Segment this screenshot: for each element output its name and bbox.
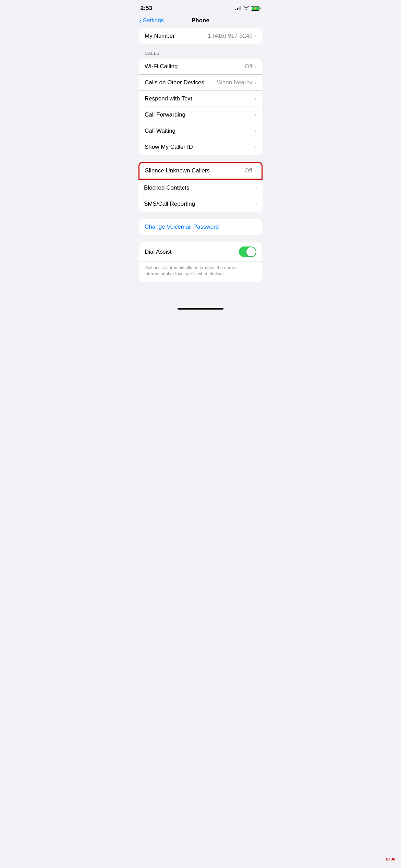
silence-highlighted-section: Silence Unknown Callers Off › <box>138 162 263 180</box>
home-indicator <box>134 305 267 312</box>
change-voicemail-password-label: Change Voicemail Password <box>145 224 219 230</box>
calls-other-devices-row[interactable]: Calls on Other Devices When Nearby › <box>139 75 262 91</box>
calls-section: Wi-Fi Calling Off › Calls on Other Devic… <box>139 59 262 155</box>
wifi-calling-label: Wi-Fi Calling <box>145 63 178 70</box>
silence-group-container: Silence Unknown Callers Off › Blocked Co… <box>138 162 263 212</box>
sms-call-reporting-label: SMS/Call Reporting <box>144 201 195 207</box>
show-caller-id-label: Show My Caller ID <box>145 144 193 150</box>
respond-with-text-label: Respond with Text <box>145 95 192 102</box>
chevron-icon: › <box>255 80 256 86</box>
my-number-value: +1 (416) 917-3249 › <box>204 33 256 39</box>
home-bar <box>178 308 223 310</box>
chevron-icon: › <box>255 33 256 39</box>
chevron-icon: › <box>255 144 256 150</box>
silence-unknown-callers-row[interactable]: Silence Unknown Callers Off › <box>139 163 262 179</box>
status-time: 2:53 <box>141 5 152 12</box>
signal-icon <box>235 6 241 10</box>
chevron-icon: › <box>254 168 256 174</box>
nav-bar: ‹ Settings Phone <box>134 14 267 28</box>
chevron-icon: › <box>255 128 256 134</box>
wifi-icon <box>243 6 249 11</box>
chevron-icon: › <box>255 96 256 102</box>
call-waiting-row[interactable]: Call Waiting › <box>139 123 262 139</box>
status-icons: ⚡ <box>235 6 260 11</box>
sms-call-reporting-row[interactable]: SMS/Call Reporting › <box>138 196 263 212</box>
silence-unknown-callers-label: Silence Unknown Callers <box>145 167 210 174</box>
chevron-icon: › <box>255 63 256 70</box>
respond-with-text-row[interactable]: Respond with Text › <box>139 91 262 107</box>
my-number-section: My Number +1 (416) 917-3249 › <box>139 28 262 44</box>
back-label: Settings <box>143 17 164 24</box>
my-number-label: My Number <box>145 33 175 39</box>
call-waiting-label: Call Waiting <box>145 128 175 134</box>
call-forwarding-label: Call Forwarding <box>145 111 185 118</box>
dial-assist-toggle[interactable] <box>239 246 256 257</box>
dial-assist-label: Dial Assist <box>145 249 171 255</box>
dial-assist-description: Dial assist automatically determines the… <box>139 262 262 282</box>
dial-assist-section: Dial Assist Dial assist automatically de… <box>139 242 262 282</box>
blocked-contacts-label: Blocked Contacts <box>144 184 189 191</box>
change-voicemail-password-row[interactable]: Change Voicemail Password <box>139 219 262 235</box>
calls-section-label: CALLS <box>134 51 267 59</box>
back-chevron-icon: ‹ <box>139 17 142 24</box>
back-button[interactable]: ‹ Settings <box>139 17 164 24</box>
voicemail-section: Change Voicemail Password <box>139 219 262 235</box>
dial-assist-row: Dial Assist <box>139 242 262 262</box>
page-title: Phone <box>192 17 209 24</box>
bottom-group: Blocked Contacts › SMS/Call Reporting › <box>138 180 263 212</box>
chevron-icon: › <box>255 112 256 118</box>
chevron-icon: › <box>255 201 257 207</box>
blocked-contacts-row[interactable]: Blocked Contacts › <box>138 180 263 196</box>
battery-icon: ⚡ <box>251 6 260 11</box>
call-forwarding-row[interactable]: Call Forwarding › <box>139 107 262 123</box>
status-bar: 2:53 ⚡ <box>134 0 267 14</box>
content: My Number +1 (416) 917-3249 › CALLS Wi-F… <box>134 28 267 302</box>
show-caller-id-row[interactable]: Show My Caller ID › <box>139 139 262 155</box>
toggle-knob <box>246 247 256 256</box>
chevron-icon: › <box>255 185 257 191</box>
my-number-row[interactable]: My Number +1 (416) 917-3249 › <box>139 28 262 44</box>
calls-other-devices-label: Calls on Other Devices <box>145 79 204 86</box>
wifi-calling-row[interactable]: Wi-Fi Calling Off › <box>139 59 262 75</box>
